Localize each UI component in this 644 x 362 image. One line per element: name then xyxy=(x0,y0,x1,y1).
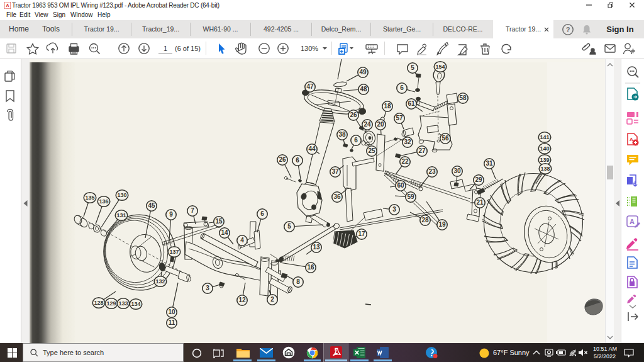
svg-text:?: ? xyxy=(566,26,570,33)
svg-text:130: 130 xyxy=(117,192,126,198)
svg-text:58: 58 xyxy=(459,94,467,101)
svg-text:32: 32 xyxy=(404,139,411,145)
svg-text:136: 136 xyxy=(99,198,108,205)
svg-text:23: 23 xyxy=(428,168,436,175)
svg-text:7: 7 xyxy=(191,207,194,214)
svg-text:5: 5 xyxy=(411,64,414,71)
svg-text:37: 37 xyxy=(331,168,339,175)
svg-text:6: 6 xyxy=(260,210,264,217)
svg-text:4: 4 xyxy=(240,237,244,244)
svg-text:30: 30 xyxy=(453,167,461,174)
svg-text:6: 6 xyxy=(400,84,404,91)
svg-text:21: 21 xyxy=(476,199,484,206)
svg-text:11: 11 xyxy=(169,319,175,326)
svg-text:139: 139 xyxy=(540,157,549,163)
svg-text:3: 3 xyxy=(392,206,396,213)
svg-text:22: 22 xyxy=(401,158,409,165)
svg-text:31: 31 xyxy=(486,160,493,167)
svg-text:45: 45 xyxy=(148,202,155,209)
svg-text:19: 19 xyxy=(438,221,446,228)
svg-text:14: 14 xyxy=(221,229,228,236)
svg-text:61: 61 xyxy=(408,100,415,107)
svg-text:15: 15 xyxy=(215,218,223,225)
svg-text:24: 24 xyxy=(364,121,371,128)
svg-text:3: 3 xyxy=(206,285,209,291)
svg-text:A: A xyxy=(630,218,635,225)
svg-text:1: 1 xyxy=(164,45,167,52)
svg-text:135: 135 xyxy=(85,195,94,201)
svg-text:44: 44 xyxy=(308,145,316,152)
svg-text:141: 141 xyxy=(540,134,549,140)
svg-text:36: 36 xyxy=(333,193,341,200)
svg-text:(6 of 15): (6 of 15) xyxy=(175,45,201,52)
svg-text:134: 134 xyxy=(131,301,140,307)
svg-text:5: 5 xyxy=(287,223,291,230)
svg-text:16: 16 xyxy=(307,264,314,271)
svg-text:2: 2 xyxy=(270,296,274,303)
svg-text:8: 8 xyxy=(296,278,300,285)
svg-text:17: 17 xyxy=(358,230,365,237)
svg-text:26: 26 xyxy=(350,111,357,118)
svg-text:A: A xyxy=(6,3,9,8)
svg-text:13: 13 xyxy=(313,244,320,251)
svg-text:60: 60 xyxy=(397,182,404,189)
svg-text:133: 133 xyxy=(118,300,128,307)
svg-text:137: 137 xyxy=(169,249,179,255)
svg-text:38: 38 xyxy=(338,131,346,138)
svg-text:10: 10 xyxy=(168,308,175,315)
svg-text:27: 27 xyxy=(418,147,426,154)
svg-text:47: 47 xyxy=(306,83,314,90)
svg-text:49: 49 xyxy=(359,69,367,76)
svg-text:20: 20 xyxy=(377,121,384,128)
svg-text:18: 18 xyxy=(384,103,391,110)
svg-text:132: 132 xyxy=(155,278,165,285)
svg-text:28: 28 xyxy=(421,217,429,223)
svg-text:128: 128 xyxy=(94,300,103,306)
svg-text:154: 154 xyxy=(435,64,445,70)
svg-text:56: 56 xyxy=(441,135,449,142)
svg-text:129: 129 xyxy=(106,300,116,307)
svg-text:6: 6 xyxy=(354,137,358,144)
svg-text:140: 140 xyxy=(540,145,549,152)
svg-text:138: 138 xyxy=(540,166,550,172)
svg-text:59: 59 xyxy=(407,193,414,200)
svg-text:26: 26 xyxy=(279,156,286,163)
svg-text:130%: 130% xyxy=(301,45,318,52)
svg-text:9: 9 xyxy=(169,211,173,218)
svg-text:29: 29 xyxy=(475,176,482,183)
svg-text:6: 6 xyxy=(296,157,299,164)
svg-text:57: 57 xyxy=(396,115,403,122)
svg-text:12: 12 xyxy=(238,297,246,303)
svg-text:131: 131 xyxy=(116,212,126,218)
svg-text:48: 48 xyxy=(360,86,367,93)
svg-text:25: 25 xyxy=(368,147,375,154)
